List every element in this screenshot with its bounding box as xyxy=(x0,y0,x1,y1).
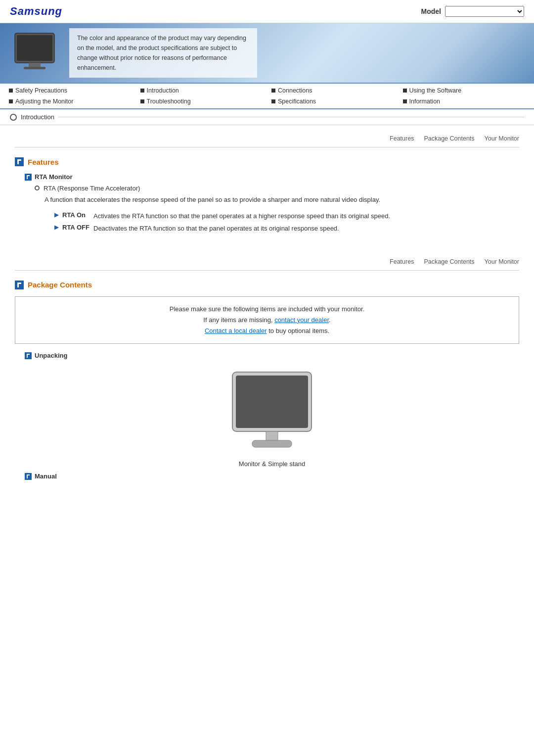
monitor-drawing xyxy=(222,367,321,456)
svg-rect-2 xyxy=(29,63,41,67)
svg-rect-7 xyxy=(252,440,292,447)
pkg-line1: Please make sure the following items are… xyxy=(25,304,509,315)
nav-bullet-safety xyxy=(9,89,13,93)
nav-item-safety-precautions[interactable]: Safety Precautions xyxy=(5,86,135,95)
package-contents-heading: Package Contents xyxy=(15,281,519,289)
banner-monitor-icon xyxy=(10,31,59,75)
package-contents-title: Package Contents xyxy=(28,281,92,289)
manual-subsection: Manual xyxy=(25,472,519,480)
nav-bullet-adjusting xyxy=(9,99,13,103)
nav-bar: Safety Precautions Introduction Connecti… xyxy=(0,83,534,109)
svg-rect-1 xyxy=(17,35,52,61)
rta-off-desc: Deactivates the RTA function so that the… xyxy=(93,224,339,234)
nav-bullet-troubleshooting xyxy=(140,99,144,103)
manual-title: Manual xyxy=(35,472,57,480)
package-contents-box: Please make sure the following items are… xyxy=(15,296,519,344)
breadcrumb-label: Introduction xyxy=(21,113,54,121)
banner-text: The color and appearance of the product … xyxy=(69,28,257,78)
rta-monitor-icon xyxy=(25,174,32,181)
features-heading: Features xyxy=(15,157,519,166)
svg-rect-6 xyxy=(266,431,278,440)
svg-rect-3 xyxy=(24,67,45,69)
nav-item-specifications[interactable]: Specifications xyxy=(267,96,398,106)
rta-off-item: ▶ RTA OFF Deactivates the RTA function s… xyxy=(54,224,519,234)
sub-nav-package-contents[interactable]: Package Contents xyxy=(424,135,474,142)
nav-item-adjusting-monitor[interactable]: Adjusting the Monitor xyxy=(5,96,135,106)
pkg-line3: Contact a local dealer to buy optional i… xyxy=(25,326,509,336)
breadcrumb-line xyxy=(58,117,524,117)
header: Samsung Model xyxy=(0,0,534,23)
samsung-logo: Samsung xyxy=(10,5,62,18)
content-area: Features Package Contents Your Monitor F… xyxy=(0,125,534,500)
rta-off-label: RTA OFF xyxy=(62,224,89,231)
nav-item-using-software[interactable]: Using the Software xyxy=(399,86,530,95)
manual-heading: Manual xyxy=(25,472,519,480)
nav-item-information[interactable]: Information xyxy=(399,96,530,106)
rta-on-item: ▶ RTA On Activates the RTA function so t… xyxy=(54,211,519,221)
rta-monitor-title: RTA Monitor xyxy=(35,173,73,181)
nav-bullet-information xyxy=(403,99,407,103)
nav-bullet-connections xyxy=(271,89,275,93)
manual-icon xyxy=(25,473,32,480)
unpacking-icon xyxy=(25,352,32,359)
nav-bullet-introduction xyxy=(140,89,144,93)
rta-off-arrow-icon: ▶ xyxy=(54,224,58,231)
package-contents-section-icon xyxy=(15,281,24,289)
breadcrumb-circle-icon xyxy=(10,114,17,121)
nav-bullet-software xyxy=(403,89,407,93)
unpacking-subsection: Unpacking Monitor & Simple stand xyxy=(25,352,519,468)
rta-bullet-label: RTA (Response Time Accelerator) xyxy=(44,185,140,192)
sub-nav2-your-monitor[interactable]: Your Monitor xyxy=(485,258,519,265)
banner: The color and appearance of the product … xyxy=(0,23,534,83)
svg-rect-5 xyxy=(236,376,308,428)
rta-description: A function that accelerates the response… xyxy=(44,195,519,205)
monitor-image-area: Monitor & Simple stand xyxy=(25,367,519,468)
model-select[interactable] xyxy=(445,6,524,17)
sub-nav-2: Features Package Contents Your Monitor xyxy=(15,253,519,271)
sub-nav2-features[interactable]: Features xyxy=(390,258,414,265)
nav-item-introduction[interactable]: Introduction xyxy=(136,86,267,95)
sub-nav-1: Features Package Contents Your Monitor xyxy=(15,130,519,147)
rta-bullet-item: RTA (Response Time Accelerator) xyxy=(35,185,519,192)
contact-local-dealer-link[interactable]: Contact a local dealer xyxy=(205,327,267,334)
rta-on-label: RTA On xyxy=(62,211,89,219)
model-label: Model xyxy=(421,7,441,15)
model-area: Model xyxy=(421,6,524,17)
breadcrumb: Introduction xyxy=(0,109,534,125)
features-title: Features xyxy=(28,158,59,166)
unpacking-title: Unpacking xyxy=(35,352,67,359)
nav-item-troubleshooting[interactable]: Troubleshooting xyxy=(136,96,267,106)
rta-on-desc: Activates the RTA function so that the p… xyxy=(93,211,390,221)
monitor-caption: Monitor & Simple stand xyxy=(239,460,305,468)
rta-on-arrow-icon: ▶ xyxy=(54,212,58,218)
nav-item-connections[interactable]: Connections xyxy=(267,86,398,95)
rta-monitor-subsection: RTA Monitor RTA (Response Time Accelerat… xyxy=(25,173,519,234)
unpacking-heading: Unpacking xyxy=(25,352,519,359)
rta-bullet-circle xyxy=(35,186,40,190)
sub-nav-features[interactable]: Features xyxy=(390,135,414,142)
nav-bullet-specifications xyxy=(271,99,275,103)
contact-dealer-link[interactable]: contact your dealer xyxy=(274,316,329,324)
rta-monitor-heading: RTA Monitor xyxy=(25,173,519,181)
features-section-icon xyxy=(15,157,24,166)
sub-nav-your-monitor[interactable]: Your Monitor xyxy=(485,135,519,142)
pkg-line2: If any items are missing, contact your d… xyxy=(25,315,509,326)
sub-nav2-package-contents[interactable]: Package Contents xyxy=(424,258,474,265)
